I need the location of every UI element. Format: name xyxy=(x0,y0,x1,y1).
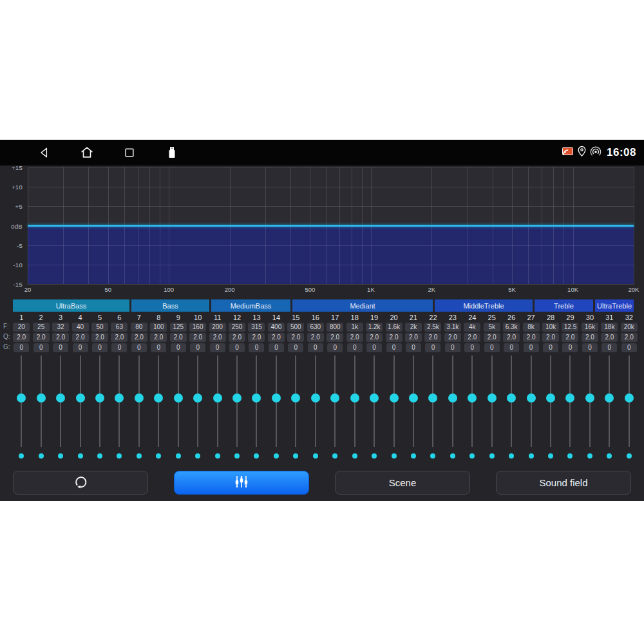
slider-thumb[interactable] xyxy=(135,393,144,402)
gain-slider[interactable] xyxy=(207,354,227,450)
gain-value-chip: 0 xyxy=(92,343,108,352)
band-column-2: 2252.00 xyxy=(31,312,50,459)
frequency-value-chip: 2.5k xyxy=(424,323,441,332)
recents-button[interactable] xyxy=(120,144,138,162)
scene-button[interactable]: Scene xyxy=(335,471,470,495)
band-number: 12 xyxy=(233,312,241,323)
gain-slider[interactable] xyxy=(149,354,168,450)
gain-slider[interactable] xyxy=(384,354,403,450)
band-indicator-dot xyxy=(509,453,514,459)
slider-thumb[interactable] xyxy=(448,393,457,402)
gain-slider[interactable] xyxy=(580,354,600,450)
gain-slider[interactable] xyxy=(12,354,31,450)
slider-thumb[interactable] xyxy=(291,393,300,402)
frequency-row-label: F: xyxy=(3,323,12,330)
slider-thumb[interactable] xyxy=(488,393,497,402)
slider-thumb[interactable] xyxy=(272,393,281,402)
frequency-value-chip: 400 xyxy=(268,323,285,332)
gain-slider[interactable] xyxy=(306,354,325,450)
gain-slider[interactable] xyxy=(462,354,482,450)
slider-thumb[interactable] xyxy=(565,393,574,402)
slider-thumb[interactable] xyxy=(625,393,634,402)
band-indicator-dot xyxy=(58,453,63,459)
slider-thumb[interactable] xyxy=(115,393,124,402)
slider-thumb[interactable] xyxy=(507,393,516,402)
slider-thumb[interactable] xyxy=(193,393,202,402)
gain-slider[interactable] xyxy=(267,354,286,450)
gain-slider[interactable] xyxy=(521,354,540,450)
slider-thumb[interactable] xyxy=(330,393,339,402)
q-factor-row-label: Q: xyxy=(3,333,12,340)
equalizer-button[interactable] xyxy=(174,471,309,495)
band-number: 2 xyxy=(39,312,43,323)
slider-thumb[interactable] xyxy=(174,393,183,402)
slider-thumb[interactable] xyxy=(213,393,222,402)
slider-thumb[interactable] xyxy=(56,393,65,402)
q-value-chip: 2.0 xyxy=(13,333,30,342)
band-indicator-dot xyxy=(117,453,122,459)
band-indicator-dot xyxy=(411,453,416,459)
gain-slider[interactable] xyxy=(188,354,207,450)
home-button[interactable] xyxy=(78,144,96,162)
gain-slider[interactable] xyxy=(70,354,90,450)
gain-slider[interactable] xyxy=(31,354,50,450)
gain-slider[interactable] xyxy=(129,354,149,450)
slider-thumb[interactable] xyxy=(527,393,536,402)
slider-thumb[interactable] xyxy=(546,393,555,402)
gain-value-chip: 0 xyxy=(601,343,617,352)
slider-thumb[interactable] xyxy=(409,393,418,402)
back-button[interactable] xyxy=(35,144,53,162)
slider-thumb[interactable] xyxy=(585,393,594,402)
slider-thumb[interactable] xyxy=(350,393,359,402)
reset-button[interactable] xyxy=(13,471,148,495)
gain-slider[interactable] xyxy=(227,354,247,450)
slider-thumb[interactable] xyxy=(605,393,614,402)
slider-thumb[interactable] xyxy=(428,393,437,402)
gain-slider[interactable] xyxy=(423,354,442,450)
gain-slider[interactable] xyxy=(90,354,109,450)
gridline-horizontal xyxy=(28,284,634,285)
band-column-26: 266.3k2.00 xyxy=(502,312,521,459)
slider-thumb[interactable] xyxy=(370,393,379,402)
gain-slider[interactable] xyxy=(600,354,619,450)
gain-slider[interactable] xyxy=(541,354,560,450)
slider-thumb[interactable] xyxy=(252,393,261,402)
usb-device-icon[interactable] xyxy=(163,144,181,162)
frequency-value-chip: 40 xyxy=(72,323,89,332)
slider-thumb[interactable] xyxy=(468,393,477,402)
slider-thumb[interactable] xyxy=(232,393,242,402)
gain-value-chip: 0 xyxy=(14,343,29,352)
sound-field-button[interactable]: Sound field xyxy=(496,471,631,495)
band-column-29: 2912.52.00 xyxy=(560,312,580,459)
gain-slider[interactable] xyxy=(620,354,639,450)
slider-thumb[interactable] xyxy=(154,393,163,402)
gain-value-chip: 0 xyxy=(210,343,225,352)
slider-thumb[interactable] xyxy=(17,393,26,402)
band-column-31: 3118k2.00 xyxy=(600,312,619,459)
gain-slider[interactable] xyxy=(560,354,580,450)
gain-slider[interactable] xyxy=(502,354,521,450)
gain-slider[interactable] xyxy=(51,354,70,450)
band-indicator-dot xyxy=(392,453,397,459)
gain-slider[interactable] xyxy=(325,354,345,450)
gain-slider[interactable] xyxy=(443,354,462,450)
slider-thumb[interactable] xyxy=(76,393,85,402)
gain-slider[interactable] xyxy=(365,354,384,450)
gain-slider[interactable] xyxy=(286,354,305,450)
gain-slider[interactable] xyxy=(247,354,266,450)
q-value-chip: 2.0 xyxy=(386,333,402,342)
gain-slider[interactable] xyxy=(404,354,423,450)
gain-slider[interactable] xyxy=(109,354,129,450)
frequency-value-chip: 5k xyxy=(484,323,500,332)
slider-thumb[interactable] xyxy=(37,393,46,402)
gain-slider[interactable] xyxy=(345,354,364,450)
slider-thumb[interactable] xyxy=(390,393,399,402)
gain-slider[interactable] xyxy=(169,354,188,450)
band-number: 5 xyxy=(98,312,102,323)
gain-slider[interactable] xyxy=(482,354,502,450)
slider-thumb[interactable] xyxy=(311,393,320,402)
gain-value-chip: 0 xyxy=(484,343,500,352)
band-number: 30 xyxy=(586,312,594,323)
band-indicator-dot xyxy=(587,453,592,459)
slider-thumb[interactable] xyxy=(95,393,104,402)
